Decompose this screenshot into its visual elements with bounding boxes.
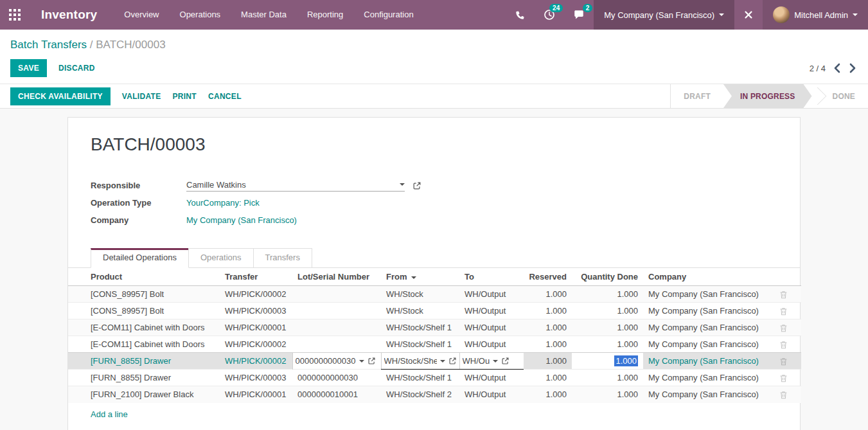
cell-lot[interactable] [292,303,381,319]
pager-previous-button[interactable] [832,62,842,75]
cell-to[interactable]: WH/Output [459,303,524,319]
cell-quantity-done[interactable]: 1.000 [572,303,643,319]
cell-transfer[interactable]: WH/PICK/00002 [220,353,292,370]
delete-row-button[interactable] [779,290,788,300]
column-header-company[interactable]: Company [643,268,765,286]
column-header-product[interactable]: Product [68,268,220,286]
menu-master-data[interactable]: Master Data [232,0,296,30]
menu-reporting[interactable]: Reporting [298,0,352,30]
print-button[interactable]: PRINT [172,92,197,101]
dropdown-caret-icon[interactable] [440,360,445,363]
cell-product[interactable]: [E-COM11] Cabinet with Doors [68,319,220,336]
cell-to[interactable]: WH/Output [459,370,524,386]
cell-from[interactable]: WH/Stock [381,286,459,303]
status-step-in-progress[interactable]: IN PROGRESS [723,84,812,108]
check-availability-button[interactable]: CHECK AVAILABILITY [10,87,111,105]
column-header-quantity-done[interactable]: Quantity Done [572,268,643,286]
cell-from[interactable]: WH/Stock/Shelf 2 [381,386,459,403]
cell-product[interactable]: [FURN_8855] Drawer [68,353,220,370]
menu-operations[interactable]: Operations [171,0,230,30]
cell-lot[interactable] [292,336,381,353]
operation-type-value[interactable]: YourCompany: Pick [186,198,260,208]
pager-next-button[interactable] [848,62,858,75]
dropdown-caret-icon[interactable] [400,183,405,186]
delete-row-button[interactable] [779,357,788,366]
column-header-from[interactable]: From [381,268,459,286]
save-button[interactable]: SAVE [10,59,47,77]
apps-menu-button[interactable] [0,0,30,30]
delete-row-button[interactable] [779,323,788,333]
validate-button[interactable]: VALIDATE [122,92,161,101]
cell-quantity-done-editing[interactable]: 1.000 [572,353,643,370]
tab-detailed-operations[interactable]: Detailed Operations [91,248,189,268]
cell-company[interactable]: My Company (San Francisco) [643,386,765,403]
cell-product[interactable]: [FURN_8855] Drawer [68,370,220,386]
cell-transfer[interactable]: WH/PICK/00003 [220,303,292,319]
cell-company[interactable]: My Company (San Francisco) [643,353,765,370]
column-header-to[interactable]: To [459,268,524,286]
cancel-button[interactable]: CANCEL [208,92,242,101]
delete-row-button[interactable] [779,390,788,400]
cell-reserved[interactable]: 1.000 [524,386,572,403]
cell-transfer[interactable]: WH/PICK/00001 [220,319,292,336]
dropdown-caret-icon[interactable] [359,360,364,363]
cell-company[interactable]: My Company (San Francisco) [643,336,765,353]
responsible-open-record-button[interactable] [412,181,421,190]
cell-lot[interactable]: 0000000000030 [292,370,381,386]
lot-open-record-button[interactable] [368,357,376,365]
tab-transfers[interactable]: Transfers [253,248,312,267]
cell-reserved[interactable]: 1.000 [524,353,572,370]
delete-row-button[interactable] [779,340,788,350]
menu-configuration[interactable]: Configuration [355,0,422,30]
quantity-done-input[interactable]: 1.000 [572,353,643,369]
cell-transfer[interactable]: WH/PICK/00002 [220,336,292,353]
responsible-input[interactable]: Camille Watkins [186,180,405,192]
cell-transfer[interactable]: WH/PICK/00003 [220,370,292,386]
tab-operations[interactable]: Operations [188,248,254,267]
cell-reserved[interactable]: 1.000 [524,370,572,386]
delete-row-button[interactable] [779,307,788,316]
debug-tools-button[interactable] [734,0,763,30]
status-step-draft[interactable]: DRAFT [670,84,723,108]
cell-product[interactable]: [CONS_89957] Bolt [68,286,220,303]
cell-to[interactable]: WH/Output [459,386,524,403]
activities-button[interactable]: 24 [535,0,564,30]
cell-company[interactable]: My Company (San Francisco) [643,319,765,336]
dropdown-caret-icon[interactable] [493,360,498,363]
cell-company[interactable]: My Company (San Francisco) [643,303,765,319]
cell-quantity-done[interactable]: 1.000 [572,370,643,386]
voip-phone-button[interactable] [506,0,535,30]
menu-overview[interactable]: Overview [115,0,168,30]
column-header-reserved[interactable]: Reserved [524,268,572,286]
cell-to[interactable]: WH/Output [459,286,524,303]
cell-reserved[interactable]: 1.000 [524,336,572,353]
user-menu[interactable]: Mitchell Admin [763,0,868,30]
company-switcher[interactable]: My Company (San Francisco) [594,0,734,30]
cell-company[interactable]: My Company (San Francisco) [643,286,765,303]
cell-product[interactable]: [FURN_2100] Drawer Black [68,386,220,403]
cell-from-editing[interactable]: WH/Stock/She [381,353,459,370]
from-input-value[interactable]: WH/Stock/She [384,356,437,366]
cell-product[interactable]: [CONS_89957] Bolt [68,303,220,319]
column-header-lot[interactable]: Lot/Serial Number [292,268,381,286]
cell-lot[interactable] [292,319,381,336]
cell-quantity-done[interactable]: 1.000 [572,336,643,353]
add-a-line-link[interactable]: Add a line [91,409,128,430]
status-step-done[interactable]: DONE [820,84,868,108]
cell-transfer[interactable]: WH/PICK/00001 [220,386,292,403]
cell-from[interactable]: WH/Stock/Shelf 1 [381,370,459,386]
cell-to[interactable]: WH/Output [459,336,524,353]
discard-button[interactable]: DISCARD [58,64,95,73]
breadcrumb-batch-transfers[interactable]: Batch Transfers [10,39,87,51]
cell-product[interactable]: [E-COM11] Cabinet with Doors [68,336,220,353]
cell-quantity-done[interactable]: 1.000 [572,319,643,336]
cell-reserved[interactable]: 1.000 [524,303,572,319]
cell-lot-editing[interactable]: 0000000000030 [292,353,381,370]
messages-button[interactable]: 2 [564,0,594,30]
cell-quantity-done[interactable]: 1.000 [572,386,643,403]
cell-reserved[interactable]: 1.000 [524,319,572,336]
delete-row-button[interactable] [779,373,788,383]
lot-input-value[interactable]: 0000000000030 [296,356,356,366]
cell-reserved[interactable]: 1.000 [524,286,572,303]
cell-lot[interactable] [292,286,381,303]
